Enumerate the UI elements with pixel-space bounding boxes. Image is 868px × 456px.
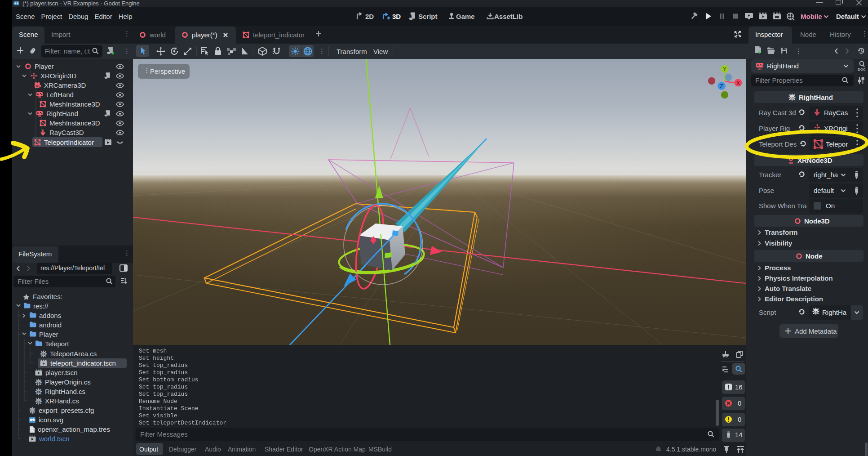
svg-text:res://: res:// bbox=[33, 302, 49, 310]
svg-text:XR: XR bbox=[35, 85, 39, 88]
svg-text:XR: XR bbox=[758, 67, 762, 70]
svg-text:Y: Y bbox=[723, 66, 726, 72]
svg-text:TXT: TXT bbox=[30, 411, 35, 414]
svg-text:cs: cs bbox=[37, 399, 40, 402]
svg-text:addons: addons bbox=[39, 312, 61, 319]
svg-text:XR: XR bbox=[789, 161, 793, 164]
svg-text:Favorites:: Favorites: bbox=[33, 293, 62, 300]
svg-text:X: X bbox=[736, 80, 740, 86]
svg-text:cs: cs bbox=[37, 390, 40, 393]
svg-text:android: android bbox=[39, 321, 62, 329]
svg-text:XR: XR bbox=[38, 96, 41, 98]
svg-text:Teleport: Teleport bbox=[45, 340, 69, 348]
svg-text:cs: cs bbox=[814, 310, 818, 313]
svg-text:Z: Z bbox=[720, 83, 723, 89]
svg-text:XR: XR bbox=[38, 115, 41, 117]
svg-text:XR: XR bbox=[815, 130, 819, 133]
svg-text:cs: cs bbox=[42, 352, 45, 355]
svg-text:Player: Player bbox=[39, 331, 58, 338]
svg-text:cs: cs bbox=[790, 96, 794, 99]
svg-text:cs: cs bbox=[37, 380, 40, 384]
svg-text:DOC: DOC bbox=[858, 67, 866, 72]
